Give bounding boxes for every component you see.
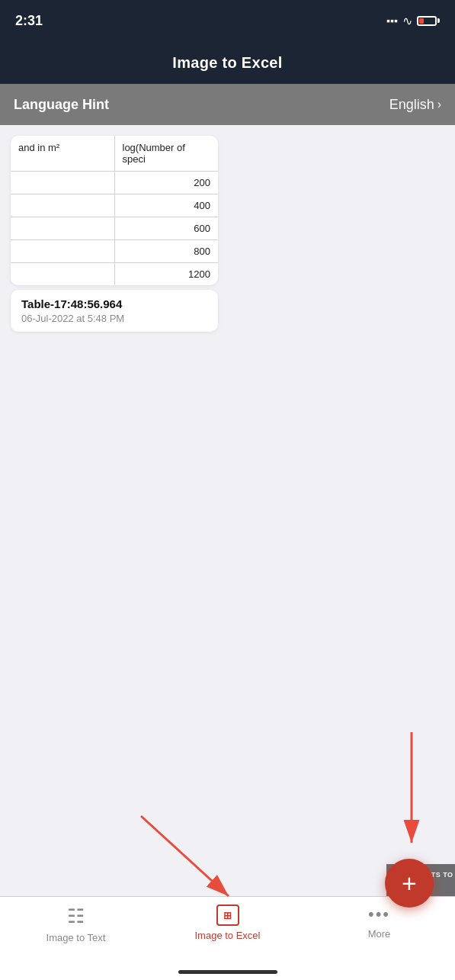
tab-more[interactable]: ••• More: [303, 904, 455, 940]
table-row: 400: [11, 194, 218, 217]
wifi-icon: ∿: [402, 14, 412, 28]
nav-bar: Image to Excel: [0, 41, 455, 84]
fab-plus-icon: +: [402, 870, 417, 896]
fab-add-button[interactable]: +: [385, 859, 434, 908]
table-cell-800: 800: [115, 240, 219, 262]
tab-bar: ☷ Image to Text ⊞ Image to Excel ••• Mor…: [0, 896, 455, 980]
chevron-right-icon: ›: [437, 98, 441, 111]
table-cell-400: 400: [115, 194, 219, 217]
table-header-col2: log(Number of speci: [115, 136, 219, 171]
table-header-col1: and in m²: [11, 136, 115, 171]
content-area: and in m² log(Number of speci 200 400 60…: [0, 125, 455, 332]
svg-line-2: [141, 816, 229, 896]
tab-more-label: More: [368, 928, 391, 940]
table-header-row: and in m² log(Number of speci: [11, 136, 218, 172]
nav-title: Image to Excel: [172, 54, 282, 72]
table-cell-1200: 1200: [115, 263, 219, 285]
table-row: 200: [11, 172, 218, 194]
table-cell-empty-1: [11, 172, 115, 194]
tab-image-to-text[interactable]: ☷ Image to Text: [0, 904, 152, 943]
table-row: 600: [11, 217, 218, 240]
table-cell-empty-2: [11, 194, 115, 217]
tab-image-to-text-label: Image to Text: [46, 932, 106, 943]
file-date: 06-Jul-2022 at 5:48 PM: [21, 313, 207, 324]
home-indicator: [178, 970, 277, 974]
file-name: Table-17:48:56.964: [21, 297, 207, 310]
table-cell-empty-4: [11, 240, 115, 262]
table-cell-empty-5: [11, 263, 115, 285]
tab-image-to-excel-label: Image to Excel: [195, 930, 261, 941]
table-cell-empty-3: [11, 217, 115, 239]
table-cell-600: 600: [115, 217, 219, 239]
file-card[interactable]: Table-17:48:56.964 06-Jul-2022 at 5:48 P…: [11, 290, 218, 332]
battery-icon: [417, 16, 440, 26]
signal-icon: ▪▪▪: [386, 14, 398, 27]
status-bar: 2:31 ▪▪▪ ∿: [0, 0, 455, 41]
language-label: Language Hint: [14, 97, 109, 113]
more-icon: •••: [368, 904, 390, 924]
image-to-excel-icon: ⊞: [216, 904, 239, 926]
table-cell-200: 200: [115, 172, 219, 194]
image-to-text-icon: ☷: [67, 904, 85, 928]
language-value-text: English: [389, 97, 434, 113]
table-card[interactable]: and in m² log(Number of speci 200 400 60…: [11, 136, 218, 285]
status-icons: ▪▪▪ ∿: [386, 14, 440, 28]
status-time: 2:31: [15, 13, 43, 29]
language-value-container[interactable]: English ›: [389, 97, 441, 113]
language-bar[interactable]: Language Hint English ›: [0, 84, 455, 125]
table-row: 1200: [11, 263, 218, 285]
tab-image-to-excel[interactable]: ⊞ Image to Excel: [152, 904, 303, 941]
table-row: 800: [11, 240, 218, 263]
